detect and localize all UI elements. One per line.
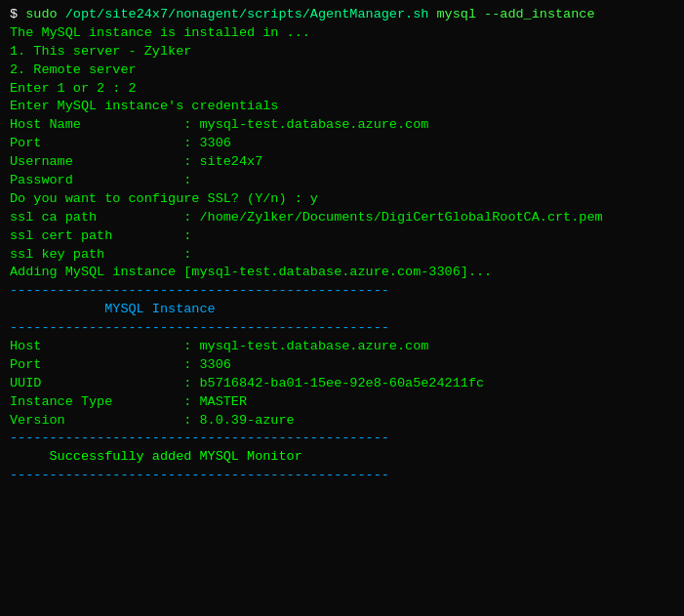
terminal-line-adding-instance: Adding MySQL instance [mysql-test.databa…: [10, 264, 674, 282]
terminal-line-success-msg: Successfully added MYSQL Monitor: [10, 448, 674, 467]
terminal-line-username: Username : site24x7: [10, 153, 674, 172]
terminal-line-mysql-installed: The MySQL instance is installed in ...: [10, 24, 674, 43]
terminal-line-mysql-instance-title: MYSQL Instance: [10, 301, 674, 319]
terminal-window[interactable]: $ sudo /opt/site24x7/nonagent/scripts/Ag…: [0, 0, 684, 616]
terminal-line-option2: 2. Remote server: [10, 62, 674, 80]
terminal-line-ssl-ca: ssl ca path : /home/Zylker/Documents/Dig…: [10, 209, 674, 227]
terminal-line-port: Port : 3306: [10, 135, 674, 153]
terminal-line-info-port: Port : 3306: [10, 356, 674, 375]
terminal-line-info-uuid: UUID : b5716842-ba01-15ee-92e8-60a5e2421…: [10, 375, 674, 393]
terminal-line-hostname: Host Name : mysql-test.database.azure.co…: [10, 116, 674, 135]
terminal-line-info-instance-type: Instance Type : MASTER: [10, 393, 674, 412]
terminal-line-info-host: Host : mysql-test.database.azure.com: [10, 338, 674, 356]
terminal-line-sep3: ----------------------------------------…: [10, 430, 674, 448]
terminal-line-info-version: Version : 8.0.39-azure: [10, 412, 674, 431]
terminal-line-ssl-question: Do you want to configure SSL? (Y/n) : y: [10, 190, 674, 209]
terminal-line-enter-choice: Enter 1 or 2 : 2: [10, 80, 674, 99]
terminal-line-enter-credentials: Enter MySQL instance's credentials: [10, 98, 674, 116]
terminal-line-sep2: ----------------------------------------…: [10, 319, 674, 338]
terminal-line-sep1: ----------------------------------------…: [10, 282, 674, 301]
terminal-line-ssl-cert: ssl cert path :: [10, 227, 674, 246]
terminal-line-command-line: $ sudo /opt/site24x7/nonagent/scripts/Ag…: [10, 6, 674, 24]
terminal-line-ssl-key: ssl key path :: [10, 246, 674, 265]
terminal-line-password: Password :: [10, 172, 674, 190]
terminal-line-sep4: ----------------------------------------…: [10, 467, 674, 485]
terminal-line-option1: 1. This server - Zylker: [10, 43, 674, 62]
